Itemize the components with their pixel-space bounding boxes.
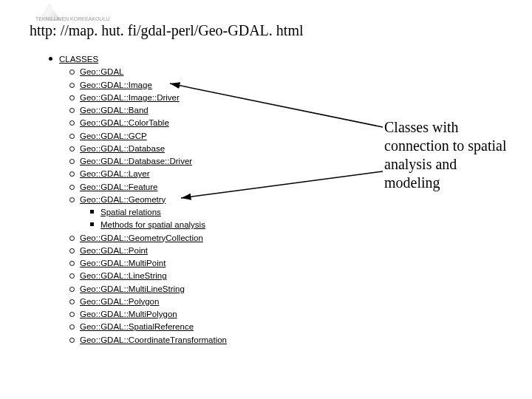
nav-item[interactable]: Geo::GDAL::Feature — [80, 183, 157, 191]
nav-item[interactable]: Geo::GDAL::GeometryCollection — [80, 233, 203, 242]
nav-item[interactable]: Geo::GDAL::Image::Driver — [80, 93, 180, 102]
nav-item[interactable]: Geo::GDAL::MultiPolygon — [80, 310, 177, 318]
nav-item[interactable]: Geo::GDAL::Image — [80, 81, 152, 89]
nav-item[interactable]: Geo::GDAL::Point — [80, 246, 148, 255]
nav-item[interactable]: Geo::GDAL::Band — [80, 106, 149, 115]
nav-item[interactable]: Geo::GDAL::Database::Driver — [80, 157, 192, 166]
nav-classes[interactable]: CLASSES — [59, 55, 98, 64]
nav-item[interactable]: Geo::GDAL::CoordinateTransformation — [80, 335, 227, 344]
nav-item[interactable]: Geo::GDAL::ColorTable — [80, 118, 169, 127]
page-url: http: //map. hut. fi/gdal-perl/Geo-GDAL.… — [30, 22, 304, 39]
nav-item-geometry[interactable]: Geo::GDAL::Geometry — [80, 195, 166, 204]
class-tree: CLASSES Geo::GDAL Geo::GDAL::Image Geo::… — [46, 53, 227, 347]
nav-item[interactable]: Geo::GDAL::MultiLineString — [80, 284, 185, 293]
nav-item[interactable]: Geo::GDAL — [80, 67, 123, 76]
nav-item[interactable]: Geo::GDAL::Layer — [80, 169, 150, 178]
nav-item[interactable]: Geo::GDAL::Database — [80, 144, 165, 153]
nav-subitem[interactable]: Spatial relations — [100, 208, 161, 216]
logo-text: TEKNILLINEN KORKEAKOULU — [35, 16, 109, 21]
nav-subitem[interactable]: Methods for spatial analysis — [100, 220, 205, 229]
nav-item[interactable]: Geo::GDAL::MultiPoint — [80, 259, 166, 267]
nav-item[interactable]: Geo::GDAL::SpatialReference — [80, 322, 194, 331]
nav-item[interactable]: Geo::GDAL::GCP — [80, 132, 147, 140]
nav-item[interactable]: Geo::GDAL::Polygon — [80, 297, 159, 306]
annotation-text: Classes with connection to spatial analy… — [384, 118, 510, 192]
nav-item[interactable]: Geo::GDAL::LineString — [80, 271, 167, 280]
